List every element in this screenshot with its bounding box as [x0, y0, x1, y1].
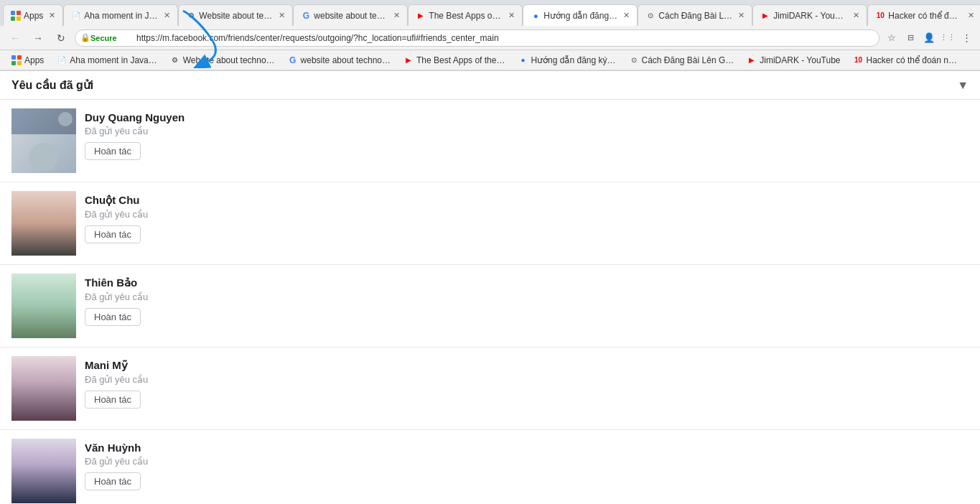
bookmark-bestapps[interactable]: ▶ The Best Apps of the… — [398, 52, 510, 68]
tab-website2-label: website about techno… — [314, 11, 388, 21]
friend-name-duy-quang[interactable]: Duy Quang Nguyen — [85, 111, 969, 123]
hoan-tac-button-mani-my[interactable]: Hoàn tác — [85, 391, 141, 409]
bookmark-apps-favicon-icon — [11, 55, 22, 65]
back-button[interactable]: ← — [6, 29, 24, 47]
bookmark-hacker-favicon-icon: 10 — [854, 55, 864, 65]
friend-info-van-huynh: Văn Huỳnh Đã gửi yêu cầu Hoàn tác — [85, 439, 969, 490]
apps-favicon-icon — [11, 11, 21, 21]
friend-status-duy-quang: Đã gửi yêu cầu — [85, 126, 969, 136]
tab-cach-label: Cách Đăng Bài Lên G… — [658, 11, 732, 21]
extensions-icon[interactable]: ⋮⋮ — [940, 30, 956, 46]
tab-website1[interactable]: ⚙ Website about techno… ✕ — [178, 4, 293, 26]
bookmark-cach-favicon-icon: ⊙ — [629, 55, 639, 65]
friend-item-thien-bao: Thiên Bảo Đã gửi yêu cầu Hoàn tác — [0, 265, 980, 347]
bookmark-website2[interactable]: G website about techno… — [282, 52, 396, 68]
tab-cach-close[interactable]: ✕ — [735, 11, 745, 20]
friend-name-thien-bao[interactable]: Thiên Bảo — [85, 276, 969, 289]
hoan-tac-button-van-huynh[interactable]: Hoàn tác — [85, 472, 141, 490]
friend-avatar-van-huynh[interactable] — [11, 439, 76, 503]
hacker-favicon-icon: 10 — [875, 11, 885, 21]
bookmark-aha[interactable]: 📄 Aha moment in Java… — [51, 52, 162, 68]
aha-favicon-icon: 📄 — [71, 11, 81, 21]
friend-item-mani-my: Mani Mỹ Đã gửi yêu cầu Hoàn tác — [0, 347, 980, 430]
tab-huong-label: Hướng dẫn đăng ký… — [543, 11, 617, 21]
website2-favicon-icon: G — [301, 11, 311, 21]
friend-info-chuot-chu: Chuột Chu Đã gửi yêu cầu Hoàn tác — [85, 191, 969, 243]
tab-website2-close[interactable]: ✕ — [391, 11, 400, 20]
cach-favicon-icon: ⊙ — [645, 11, 655, 21]
tab-aha[interactable]: 📄 Aha moment in Java… ✕ — [63, 4, 178, 26]
bookmark-website1-favicon-icon: ⚙ — [170, 55, 180, 65]
bookmark-website1-label: Website about techno… — [183, 55, 275, 65]
friend-status-van-huynh: Đã gửi yêu cầu — [85, 456, 969, 467]
address-bar-wrapper: 🔒 Secure — [75, 29, 879, 47]
friend-info-mani-my: Mani Mỹ Đã gửi yêu cầu Hoàn tác — [85, 356, 969, 409]
friend-avatar-duy-quang[interactable] — [11, 108, 76, 173]
bookmark-apps[interactable]: Apps — [6, 52, 50, 68]
friend-info-thien-bao: Thiên Bảo Đã gửi yêu cầu Hoàn tác — [85, 274, 969, 326]
bookmark-hacker-label: Hacker có thể đoán n… — [867, 55, 957, 65]
svg-rect-1 — [17, 11, 21, 15]
friend-item-duy-quang: Duy Quang Nguyen Đã gửi yêu cầu Hoàn tác — [0, 100, 980, 182]
huong-favicon-icon: ● — [531, 11, 541, 21]
tab-bestapps-label: The Best Apps of the… — [429, 11, 503, 21]
tab-aha-label: Aha moment in Java… — [84, 11, 158, 21]
friend-name-chuot-chu[interactable]: Chuột Chu — [85, 194, 969, 207]
forward-button[interactable]: → — [29, 29, 47, 47]
bookmark-cach[interactable]: ⊙ Cách Đăng Bài Lên G… — [623, 52, 740, 68]
friend-status-mani-my: Đã gửi yêu cầu — [85, 374, 969, 385]
section-dropdown-icon[interactable]: ▼ — [957, 79, 969, 92]
friend-name-mani-my[interactable]: Mani Mỹ — [85, 359, 969, 372]
friend-name-van-huynh[interactable]: Văn Huỳnh — [85, 442, 969, 454]
bookmark-jimi-label: JimiDARK - YouTube — [760, 55, 840, 65]
bookmark-bestapps-label: The Best Apps of the… — [416, 55, 505, 65]
bookmark-website2-label: website about techno… — [301, 55, 391, 65]
bookmark-jimi-favicon-icon: ▶ — [747, 55, 757, 65]
cast-icon[interactable]: ⊟ — [902, 30, 918, 46]
tab-hacker[interactable]: 10 Hacker có thể đoán n… ✕ — [867, 4, 980, 26]
svg-rect-2 — [11, 17, 15, 21]
bookmark-huong[interactable]: ● Hướng dẫn đăng ký… — [512, 52, 621, 68]
tab-hacker-close[interactable]: ✕ — [965, 11, 974, 20]
bookmark-aha-label: Aha moment in Java… — [70, 55, 157, 65]
tab-jimi-close[interactable]: ✕ — [850, 11, 859, 20]
bookmark-website1[interactable]: ⚙ Website about techno… — [164, 52, 281, 68]
friend-avatar-thien-bao[interactable] — [11, 274, 76, 338]
bookmark-hacker[interactable]: 10 Hacker có thể đoán n… — [848, 52, 963, 68]
friend-avatar-mani-my[interactable] — [11, 356, 76, 421]
tab-website2[interactable]: G website about techno… ✕ — [293, 4, 408, 26]
hoan-tac-button-thien-bao[interactable]: Hoàn tác — [85, 308, 141, 326]
tab-cach[interactable]: ⊙ Cách Đăng Bài Lên G… ✕ — [638, 4, 752, 26]
hoan-tac-button-duy-quang[interactable]: Hoàn tác — [85, 142, 141, 160]
hoan-tac-button-chuot-chu[interactable]: Hoàn tác — [85, 225, 141, 243]
bookmarks-bar: Apps 📄 Aha moment in Java… ⚙ Website abo… — [0, 50, 980, 70]
tab-apps-close[interactable]: ✕ — [46, 11, 55, 20]
menu-icon[interactable]: ⋮ — [958, 30, 974, 46]
friend-avatar-chuot-chu[interactable] — [11, 191, 76, 256]
bestapps-favicon-icon: ▶ — [416, 11, 426, 21]
profile-icon[interactable]: 👤 — [921, 30, 937, 46]
address-bar-row: ← → ↻ 🔒 Secure ☆ ⊟ 👤 ⋮⋮ ⋮ — [0, 26, 980, 50]
svg-rect-7 — [17, 61, 22, 65]
refresh-button[interactable]: ↻ — [52, 29, 70, 47]
bookmark-apps-label: Apps — [24, 55, 44, 65]
friend-status-chuot-chu: Đã gửi yêu cầu — [85, 209, 969, 220]
bookmark-star-icon[interactable]: ☆ — [884, 30, 900, 46]
tab-huong-close[interactable]: ✕ — [620, 11, 630, 20]
tab-aha-close[interactable]: ✕ — [161, 11, 170, 20]
bookmark-bestapps-favicon-icon: ▶ — [403, 55, 414, 65]
tab-huong[interactable]: ● Hướng dẫn đăng ký… ✕ — [523, 4, 638, 26]
tab-bestapps[interactable]: ▶ The Best Apps of the… ✕ — [408, 4, 523, 26]
bookmark-cach-label: Cách Đăng Bài Lên G… — [642, 55, 734, 65]
tab-jimi[interactable]: ▶ JimiDARK - YouTube ✕ — [752, 4, 867, 26]
friend-info-duy-quang: Duy Quang Nguyen Đã gửi yêu cầu Hoàn tác — [85, 108, 969, 160]
section-title: Yêu cầu đã gửi — [11, 78, 93, 92]
bookmark-jimi[interactable]: ▶ JimiDARK - YouTube — [741, 52, 846, 68]
tab-apps[interactable]: Apps ✕ — [3, 4, 63, 26]
address-input[interactable] — [75, 29, 879, 47]
page-content: Yêu cầu đã gửi ▼ Duy Quang Nguyen Đã gửi… — [0, 71, 980, 504]
tab-website1-close[interactable]: ✕ — [276, 11, 285, 20]
jimi-favicon-icon: ▶ — [760, 11, 770, 21]
tab-bestapps-close[interactable]: ✕ — [505, 11, 515, 20]
bookmark-aha-favicon-icon: 📄 — [57, 55, 67, 65]
